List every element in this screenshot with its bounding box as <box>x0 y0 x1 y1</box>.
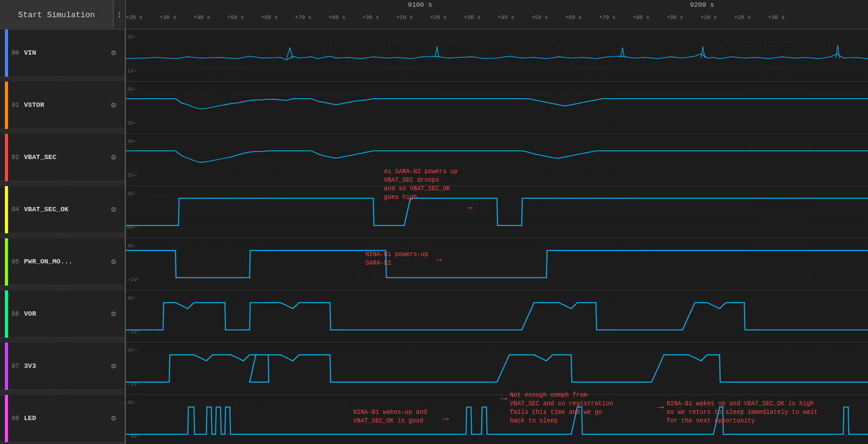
waveform-08: 4V- -1V- <box>126 395 868 444</box>
channel-05-gear[interactable]: ⚙ <box>108 255 120 268</box>
waveform-svg-01 <box>126 82 868 133</box>
channel-04-number: 04 <box>12 206 24 213</box>
channel-01-number: 01 <box>12 102 24 109</box>
waveform-svg-00 <box>126 29 868 81</box>
channel-08-row: 08 LED ⚙ <box>0 395 125 442</box>
app-container: Start Simulation ↕ 9100 s 9200 s +20 s +… <box>0 0 868 444</box>
channel-02-drag[interactable]: ··· <box>0 181 125 186</box>
channel-08-name: LED <box>24 415 108 422</box>
svg-line-7 <box>622 48 624 58</box>
waveform-area: 3V- 1V- <box>126 29 868 444</box>
major-time-9100: 9100 s <box>408 1 432 9</box>
channel-04-drag[interactable]: ··· <box>0 233 125 238</box>
waveform-07: 4V- -1V- <box>126 343 868 395</box>
tick-7: +80 s <box>329 15 345 21</box>
channel-06-drag[interactable]: ··· <box>0 338 125 343</box>
tick-15: +70 s <box>599 15 616 21</box>
waveform-01: 4V- 3V- <box>126 82 868 134</box>
channel-00-row: 00 VIN ⚙ <box>0 29 125 77</box>
tick-10: +20 s <box>430 15 447 21</box>
channel-08-colorbar <box>5 395 8 442</box>
waveform-04: 4V- 0V- <box>126 186 868 238</box>
svg-line-8 <box>701 47 703 58</box>
channel-01-container: 01 VSTOR ⚙ ··· <box>0 82 125 134</box>
tick-4: +50 s <box>227 15 244 21</box>
svg-line-4 <box>435 47 437 58</box>
minor-ticks-row: +20 s +30 s +40 s +50 s +60 s +70 s +80 … <box>126 15 868 21</box>
scroll-control[interactable]: ↕ <box>114 0 126 29</box>
tick-13: +50 s <box>531 15 548 21</box>
channel-07-drag[interactable]: ··· <box>0 390 125 395</box>
channel-05-container: 05 PWR_ON_MO... ⚙ ··· <box>0 238 125 290</box>
channel-06-gear[interactable]: ⚙ <box>108 308 120 320</box>
tick-12: +40 s <box>498 15 514 21</box>
channel-sidebar: 00 VIN ⚙ ··· 01 VSTOR ⚙ ··· <box>0 29 126 444</box>
major-time-9200: 9200 s <box>690 1 714 9</box>
channel-00-gear[interactable]: ⚙ <box>108 47 120 59</box>
channel-02-name: VBAT_SEC <box>24 154 108 161</box>
channel-02-row: 02 VBAT_SEC ⚙ <box>0 134 125 181</box>
channel-02-colorbar <box>5 134 8 181</box>
channel-00-drag[interactable]: ··· <box>0 77 125 82</box>
channel-01-drag[interactable]: ··· <box>0 129 125 134</box>
channel-07-container: 07 3V3 ⚙ ··· <box>0 343 125 395</box>
channel-04-container: 04 VBAT_SEC_OK ⚙ ··· <box>0 186 125 238</box>
channel-02-number: 02 <box>12 154 24 161</box>
tick-3: +40 s <box>194 15 210 21</box>
waveform-svg-04 <box>126 186 868 238</box>
waveform-svg-08 <box>126 395 868 444</box>
channel-06-colorbar <box>5 290 8 338</box>
channel-02-container: 02 VBAT_SEC ⚙ ··· <box>0 134 125 186</box>
channel-06-number: 06 <box>12 311 24 317</box>
channel-01-name: VSTOR <box>24 101 108 109</box>
channel-07-gear[interactable]: ⚙ <box>108 360 120 372</box>
svg-line-10 <box>836 45 838 58</box>
channel-06-container: 06 VOR ⚙ ··· <box>0 290 125 343</box>
waveform-svg-06 <box>126 290 868 342</box>
channel-04-colorbar <box>5 186 8 233</box>
svg-line-9 <box>703 47 705 58</box>
channel-04-gear[interactable]: ⚙ <box>108 203 120 216</box>
channel-08-container: 08 LED ⚙ ··· <box>0 395 125 444</box>
channel-05-drag[interactable]: ··· <box>0 286 125 290</box>
tick-14: +60 s <box>565 15 582 21</box>
tick-5: +60 s <box>261 15 278 21</box>
waveform-02: 4V- 3V- <box>126 134 868 186</box>
channel-05-number: 05 <box>12 259 24 265</box>
channel-00-number: 00 <box>12 50 24 56</box>
drag-dots: ··· <box>56 442 68 445</box>
tick-17: +90 s <box>667 15 683 21</box>
top-header: Start Simulation ↕ 9100 s 9200 s +20 s +… <box>0 0 868 29</box>
channel-08-gear[interactable]: ⚙ <box>108 412 120 424</box>
svg-line-5 <box>437 47 439 58</box>
waveform-svg-05 <box>126 238 868 290</box>
channel-04-row: 04 VBAT_SEC_OK ⚙ <box>0 186 125 233</box>
timeline-header: 9100 s 9200 s +20 s +30 s +40 s +50 s +6… <box>126 0 868 29</box>
channel-05-colorbar <box>5 238 8 286</box>
main-content: 00 VIN ⚙ ··· 01 VSTOR ⚙ ··· <box>0 29 868 444</box>
tick-19: +20 s <box>734 15 751 21</box>
channel-01-row: 01 VSTOR ⚙ <box>0 82 125 129</box>
channel-00-name: VIN <box>24 49 108 56</box>
tick-2: +30 s <box>160 15 176 21</box>
waveform-svg-07 <box>126 343 868 394</box>
channel-01-gear[interactable]: ⚙ <box>108 99 120 111</box>
channel-02-gear[interactable]: ⚙ <box>108 151 120 163</box>
svg-line-6 <box>620 48 622 58</box>
tick-11: +30 s <box>464 15 480 21</box>
start-simulation-button[interactable]: Start Simulation <box>0 0 114 29</box>
channel-05-row: 05 PWR_ON_MO... ⚙ <box>0 238 125 286</box>
waveform-svg-02 <box>126 134 868 185</box>
channel-05-name: PWR_ON_MO... <box>24 258 108 265</box>
svg-line-11 <box>838 45 840 58</box>
tick-6: +70 s <box>295 15 311 21</box>
channel-01-colorbar <box>5 82 8 129</box>
tick-9: +10 s <box>396 15 413 21</box>
tick-16: +80 s <box>633 15 649 21</box>
channel-07-number: 07 <box>12 363 24 370</box>
channel-06-row: 06 VOR ⚙ <box>0 290 125 338</box>
waveform-06: 4V- -1V- <box>126 290 868 343</box>
tick-18: +10 s <box>700 15 717 21</box>
channel-08-number: 08 <box>12 415 24 422</box>
channel-07-row: 07 3V3 ⚙ <box>0 343 125 390</box>
